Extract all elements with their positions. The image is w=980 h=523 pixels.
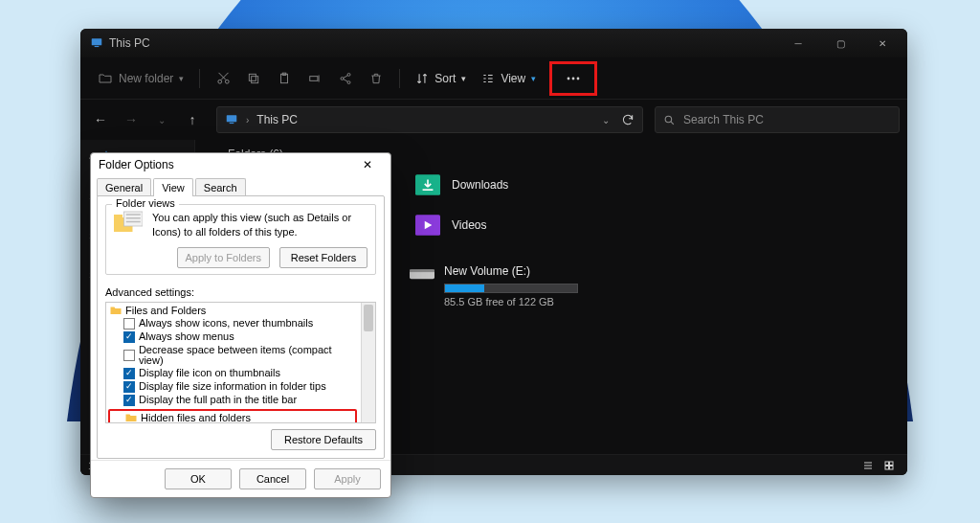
- annotation-hidden-files-highlight: Hidden files and folders Don't show hidd…: [108, 409, 357, 423]
- tree-group-hidden-files[interactable]: Hidden files and folders: [110, 412, 355, 423]
- opt-display-icon-thumb[interactable]: ✓Display file icon on thumbnails: [108, 367, 357, 380]
- svg-point-3: [225, 80, 229, 83]
- chevron-down-icon: ▾: [531, 74, 536, 83]
- paste-icon: [278, 72, 291, 85]
- search-box[interactable]: Search This PC: [655, 106, 900, 133]
- chevron-down-icon: ▾: [179, 74, 184, 83]
- this-pc-icon: [225, 113, 238, 126]
- opt-display-full-path[interactable]: ✓Display the full path in the title bar: [108, 394, 357, 407]
- back-button[interactable]: ←: [88, 107, 113, 132]
- opt-display-size-tips[interactable]: ✓Display file size information in folder…: [108, 380, 357, 394]
- checkbox[interactable]: ✓: [123, 331, 135, 343]
- reset-folders-button[interactable]: Reset Folders: [279, 247, 368, 268]
- svg-rect-40: [126, 221, 141, 223]
- copy-icon: [247, 72, 260, 85]
- svg-point-10: [347, 73, 350, 76]
- separator: [399, 69, 400, 88]
- apply-button[interactable]: Apply: [314, 468, 381, 489]
- maximize-button[interactable]: ▢: [819, 29, 861, 57]
- svg-rect-32: [890, 462, 894, 466]
- checkbox[interactable]: [123, 350, 135, 361]
- more-icon: [567, 77, 580, 80]
- sort-label: Sort: [434, 72, 456, 85]
- checkbox[interactable]: [123, 318, 135, 330]
- scrollbar-thumb[interactable]: [364, 305, 373, 331]
- checkbox[interactable]: ✓: [123, 381, 135, 393]
- svg-point-2: [218, 80, 222, 83]
- svg-rect-16: [230, 123, 234, 124]
- tab-search[interactable]: Search: [195, 178, 246, 196]
- chevron-down-icon[interactable]: ⌄: [602, 115, 610, 125]
- svg-rect-33: [885, 466, 889, 469]
- sort-button[interactable]: Sort ▾: [408, 72, 474, 85]
- svg-rect-34: [890, 466, 894, 469]
- dialog-title: Folder Options: [99, 158, 174, 171]
- close-button[interactable]: ✕: [861, 29, 903, 57]
- recent-locations-button[interactable]: ⌄: [149, 107, 174, 132]
- copy-button[interactable]: [238, 63, 269, 94]
- new-folder-button[interactable]: New folder ▾: [90, 71, 191, 86]
- minimize-button[interactable]: ─: [777, 29, 819, 57]
- opt-always-show-menus[interactable]: ✓Always show menus: [108, 330, 357, 344]
- breadcrumb[interactable]: This PC: [256, 113, 298, 126]
- large-icons-view-button[interactable]: [879, 457, 900, 474]
- titlebar: This PC ─ ▢ ✕: [80, 29, 907, 57]
- svg-point-14: [577, 77, 580, 80]
- advanced-settings-tree[interactable]: Files and Folders Always show icons, nev…: [105, 302, 376, 423]
- folder-views-icon: [114, 211, 143, 236]
- svg-rect-15: [227, 115, 237, 122]
- svg-point-13: [572, 77, 575, 80]
- svg-rect-0: [92, 38, 102, 45]
- refresh-icon[interactable]: [621, 113, 635, 126]
- drive-e[interactable]: New Volume (E:) 85.5 GB free of 122 GB: [410, 262, 586, 307]
- advanced-settings-label: Advanced settings:: [105, 286, 376, 298]
- folder-videos[interactable]: Videos: [410, 211, 586, 239]
- chevron-right-icon: ›: [246, 115, 249, 125]
- scrollbar[interactable]: [361, 303, 375, 422]
- up-button[interactable]: ↑: [180, 107, 205, 132]
- apply-to-folders-button[interactable]: Apply to Folders: [177, 247, 270, 268]
- forward-button[interactable]: →: [119, 107, 144, 132]
- window-title: This PC: [109, 36, 150, 50]
- chevron-down-icon: ▾: [461, 74, 466, 83]
- dialog-titlebar: Folder Options ✕: [91, 153, 390, 176]
- annotation-see-more-highlight: [549, 61, 597, 96]
- tab-general[interactable]: General: [97, 178, 151, 196]
- svg-point-12: [568, 77, 570, 80]
- folder-views-group: Folder views You can apply this view (su…: [105, 204, 376, 275]
- cancel-button[interactable]: Cancel: [239, 468, 306, 489]
- tab-view[interactable]: View: [153, 178, 193, 196]
- dialog-close-button[interactable]: ✕: [352, 153, 383, 176]
- details-view-button[interactable]: [858, 457, 879, 474]
- paste-button[interactable]: [269, 63, 300, 94]
- opt-decrease-space[interactable]: Decrease space between items (compact vi…: [108, 344, 357, 367]
- svg-rect-28: [410, 269, 434, 272]
- ok-button[interactable]: OK: [165, 468, 232, 489]
- cut-button[interactable]: [208, 63, 238, 94]
- see-more-button[interactable]: [554, 66, 592, 91]
- share-icon: [339, 72, 352, 85]
- checkbox[interactable]: ✓: [123, 395, 135, 406]
- cut-icon: [216, 71, 231, 85]
- restore-defaults-button[interactable]: Restore Defaults: [271, 429, 376, 450]
- folder-options-dialog: Folder Options ✕ General View Search Fol…: [90, 152, 391, 498]
- rename-button[interactable]: [300, 63, 330, 94]
- checkbox[interactable]: ✓: [123, 368, 135, 379]
- folder-downloads[interactable]: Downloads: [410, 171, 586, 199]
- folder-icon: [110, 306, 122, 315]
- view-button[interactable]: View ▾: [474, 72, 544, 85]
- tree-group-files-and-folders[interactable]: Files and Folders: [108, 305, 357, 317]
- downloads-icon: [415, 174, 440, 195]
- drive-icon: [410, 262, 434, 280]
- svg-rect-1: [95, 46, 100, 47]
- search-icon: [663, 114, 676, 126]
- opt-always-show-icons[interactable]: Always show icons, never thumbnails: [108, 317, 357, 330]
- delete-button[interactable]: [361, 63, 391, 94]
- address-bar[interactable]: › This PC ⌄: [216, 106, 643, 133]
- rename-icon: [308, 72, 322, 85]
- svg-rect-39: [126, 217, 141, 219]
- svg-rect-8: [310, 76, 318, 80]
- separator: [199, 69, 200, 88]
- this-pc-icon: [90, 36, 103, 50]
- share-button[interactable]: [330, 63, 361, 94]
